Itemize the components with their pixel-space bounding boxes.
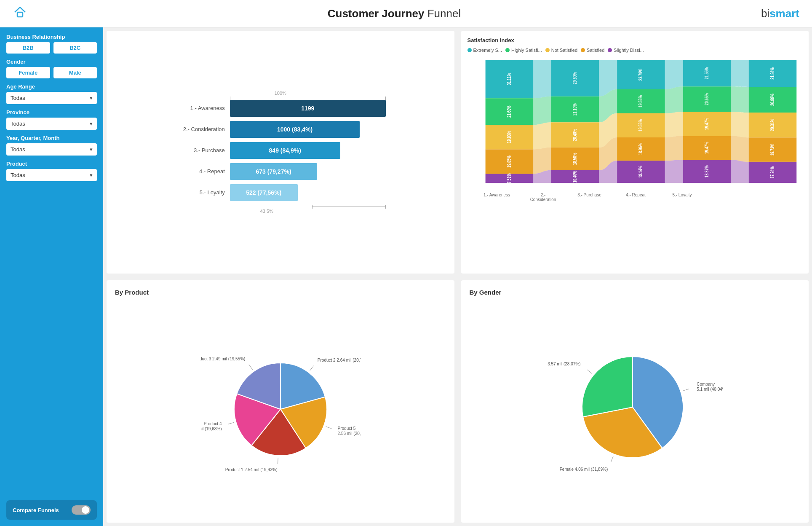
pie-label-line-3 <box>228 422 234 424</box>
legend-label-2: Not Satisfied <box>551 48 577 53</box>
sidebar-section-province: Province Todas ▾ <box>6 109 97 130</box>
main-content: 100% 1.- Awareness11992.- Consideration1… <box>103 27 812 526</box>
svg-text:19.93%: 19.93% <box>506 131 512 143</box>
legend-label-4: Slightly Dissi... <box>614 48 644 53</box>
btn-b2b[interactable]: B2B <box>6 42 50 54</box>
svg-text:20.40%: 20.40% <box>572 129 577 141</box>
pie-label-text-3: Product 42.51 mil (19,68%) <box>200 421 222 431</box>
svg-text:19.73%: 19.73% <box>769 143 775 156</box>
funnel-bar-row-2: 3.- Purchase849 (84,9%) <box>175 142 386 159</box>
pie-label-line-1 <box>326 427 331 429</box>
legend-dot-1 <box>505 48 510 52</box>
funnel-bar-container-4: 522 (77,56%) <box>230 184 386 201</box>
pie-label-line-1 <box>611 456 614 462</box>
legend-dot-2 <box>545 48 550 52</box>
svg-text:19.85%: 19.85% <box>506 156 512 168</box>
svg-text:19.47%: 19.47% <box>703 142 709 154</box>
funnel-bar-row-3: 4.- Repeat673 (79,27%) <box>175 163 386 180</box>
funnel-bar-label-0: 1.- Awareness <box>175 105 230 111</box>
legend-item-1: Highly Satisfi... <box>505 48 542 53</box>
sidebar-label-business-relationship: Business Relationship <box>6 34 97 40</box>
legend-label-1: Highly Satisfi... <box>511 48 542 53</box>
compare-funnels-label: Compare Funnels <box>13 507 59 513</box>
svg-text:21.84%: 21.84% <box>769 67 775 80</box>
sidebar-section-year-quarter-month: Year, Quarter, Month Todas ▾ <box>6 135 97 156</box>
btn-male[interactable]: Male <box>53 67 97 78</box>
svg-text:18.96%: 18.96% <box>637 143 643 155</box>
header: Customer Journey Funnel bismart <box>0 0 812 27</box>
pie-label-text-1: Product 52.56 mil (20,11%) <box>337 426 360 436</box>
legend-dot-0 <box>467 48 472 52</box>
funnel-bar-row-1: 2.- Consideration1000 (83,4%) <box>175 121 386 138</box>
funnel-bar-row-0: 1.- Awareness1199 <box>175 100 386 117</box>
dropdown-product[interactable]: Todas ▾ <box>6 169 97 181</box>
pie-label-text-2: Product 1 2.54 mil (19,93%) <box>225 467 278 472</box>
sankey-chart: 31.11%21.60%19.93%19.85%7.51%29.60%21.10… <box>467 56 803 191</box>
funnel-bar-row-4: 5.- Loyalty522 (77,56%) <box>175 184 386 201</box>
dropdown-age-range[interactable]: Todas ▾ <box>6 92 97 104</box>
sidebar-section-gender: Gender Female Male <box>6 59 97 78</box>
funnel-bar-container-0: 1199 <box>230 100 386 117</box>
svg-text:29.60%: 29.60% <box>572 72 577 84</box>
btn-b2c[interactable]: B2C <box>53 42 97 54</box>
pie-label-line-4 <box>249 365 253 370</box>
pie-label-text-2: Male 3.57 mil (28,07%) <box>546 362 580 366</box>
sidebar-section-product: Product Todas ▾ <box>6 161 97 181</box>
funnel-bar-container-2: 849 (84,9%) <box>230 142 386 159</box>
funnel-bar-label-4: 5.- Loyalty <box>175 189 230 196</box>
dropdown-year-quarter-month[interactable]: Todas ▾ <box>6 143 97 156</box>
dropdown-province[interactable]: Todas ▾ <box>6 118 97 130</box>
legend-item-2: Not Satisfied <box>545 48 577 53</box>
sankey-x-label-3: 4.- Repeat <box>619 193 653 202</box>
brand-logo: bismart <box>761 7 799 20</box>
legend-label-3: Satisfied <box>587 48 604 53</box>
svg-text:21.10%: 21.10% <box>572 103 577 115</box>
svg-text:20.88%: 20.88% <box>769 94 775 106</box>
compare-funnels-section: Compare Funnels <box>6 500 97 520</box>
svg-text:19.47%: 19.47% <box>703 118 709 130</box>
by-product-chart: Product 2 2.64 mil (20,72%)Product 52.56… <box>115 300 446 515</box>
compare-funnels-toggle[interactable] <box>72 505 91 515</box>
funnel-bar-4: 522 (77,56%) <box>230 184 298 201</box>
chevron-down-icon-2: ▾ <box>90 121 93 127</box>
svg-text:18.87%: 18.87% <box>703 165 709 177</box>
funnel-top-scale: 100% <box>175 91 386 96</box>
svg-text:18.50%: 18.50% <box>572 153 577 165</box>
pie-label-line-2 <box>278 458 278 464</box>
sidebar-label-province: Province <box>6 109 97 115</box>
svg-text:18.14%: 18.14% <box>637 166 643 178</box>
funnel-bar-label-1: 2.- Consideration <box>175 126 230 132</box>
sidebar: Business Relationship B2B B2C Gender Fem… <box>0 27 103 526</box>
pie-label-line-0 <box>310 365 313 370</box>
sankey-x-label-1: 2.- Consideration <box>526 193 560 202</box>
by-product-title: By Product <box>115 289 446 296</box>
sankey-title: Satisfaction Index <box>467 37 514 43</box>
funnel-bar-container-1: 1000 (83,4%) <box>230 121 386 138</box>
funnel-bar-2: 849 (84,9%) <box>230 142 340 159</box>
funnel-bar-label-2: 3.- Purchase <box>175 147 230 153</box>
sankey-legend: Satisfaction Index <box>467 37 803 43</box>
sidebar-label-product: Product <box>6 161 97 167</box>
funnel-bar-0: 1199 <box>230 100 386 117</box>
sidebar-label-gender: Gender <box>6 59 97 65</box>
sankey-legend-items: Extremely S...Highly Satisfi...Not Satis… <box>467 48 803 53</box>
sidebar-label-year-quarter-month: Year, Quarter, Month <box>6 135 97 141</box>
legend-dot-4 <box>608 48 612 52</box>
home-icon[interactable] <box>13 5 27 22</box>
by-gender-panel: By Gender Company5.1 mil (40,04%)Female … <box>461 280 809 523</box>
chevron-down-icon: ▾ <box>90 95 93 101</box>
funnel-bottom-scale: 43,5% <box>230 209 304 214</box>
btn-female[interactable]: Female <box>6 67 50 78</box>
funnel-bar-1: 1000 (83,4%) <box>230 121 360 138</box>
legend-item-4: Slightly Dissi... <box>608 48 644 53</box>
page-title: Customer Journey Funnel <box>328 7 461 20</box>
svg-text:10.40%: 10.40% <box>572 170 577 182</box>
svg-text:17.24%: 17.24% <box>769 166 775 178</box>
satisfaction-panel: Satisfaction Index Extremely S...Highly … <box>461 31 809 274</box>
pie-label-line-2 <box>587 370 592 374</box>
sankey-x-label-0: 1.- Awareness <box>480 193 514 202</box>
svg-text:31.11%: 31.11% <box>506 73 512 85</box>
pie-label-text-0: Product 2 2.64 mil (20,72%) <box>318 358 361 362</box>
svg-text:7.51%: 7.51% <box>506 173 512 183</box>
funnel-bars: 1.- Awareness11992.- Consideration1000 (… <box>175 100 386 201</box>
